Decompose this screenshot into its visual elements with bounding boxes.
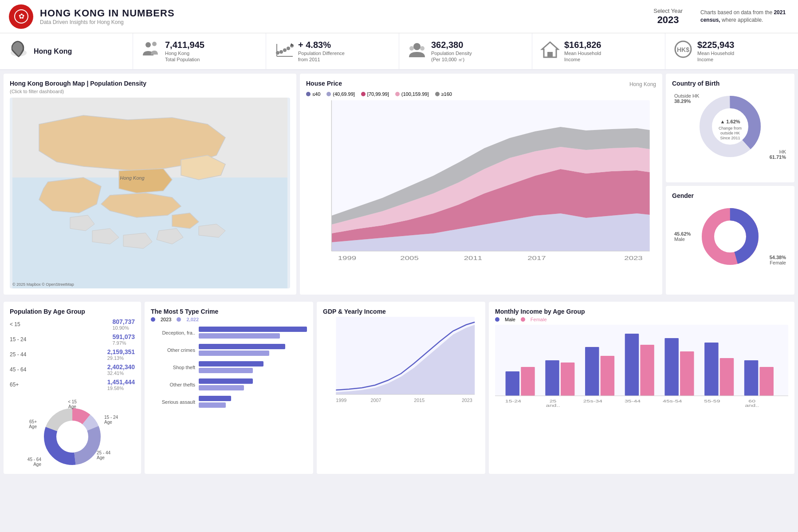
main-grid: Hong Kong Borough Map | Population Densi…	[0, 70, 798, 302]
svg-text:35-44: 35-44	[625, 399, 641, 404]
map-icon	[8, 39, 29, 64]
svg-text:2023: 2023	[462, 398, 472, 403]
svg-point-6	[279, 50, 283, 54]
meanhh2-label: Mean HouseholdIncome	[697, 50, 790, 63]
male-label: 45.62% Male	[674, 231, 691, 242]
crime-bar-2023-1	[199, 344, 285, 349]
svg-text:15-24: 15-24	[505, 399, 522, 404]
crime-label-3: Other thefts	[151, 382, 195, 387]
right-column: Country of Birth Outside HK 38.29% ▲ 1.6…	[666, 74, 794, 295]
income-legend-female: Female	[531, 317, 547, 322]
crime-bar-2023-3	[199, 378, 253, 384]
region-name: Hong Kong	[34, 47, 125, 55]
header: ✿ HONG KONG IN NUMBERS Data Driven Insig…	[0, 0, 798, 33]
map-svg[interactable]: Hong Kong	[10, 98, 290, 288]
legend-2022: 2,022	[186, 317, 199, 322]
year-selector[interactable]: Select Year 2023	[653, 8, 683, 26]
gender-title: Gender	[672, 192, 788, 199]
female-label: 54.38% Female	[770, 255, 786, 265]
people-icon	[141, 39, 161, 63]
svg-text:2007: 2007	[371, 398, 381, 403]
gender-donut	[699, 205, 761, 268]
bottom-grid: Population By Age Group < 15 807,737 10.…	[0, 302, 798, 477]
title-block: HONG KONG IN NUMBERS Data Driven Insight…	[40, 8, 338, 25]
crime-row-2: Shop theft	[151, 361, 307, 373]
svg-point-3	[145, 42, 151, 47]
svg-rect-65	[561, 363, 574, 396]
crime-row-4: Serious assault	[151, 396, 307, 408]
monthly-income-title: Monthly Income by Age Group	[495, 308, 788, 315]
house-price-title: House Price	[306, 80, 342, 87]
crime-label-0: Deception, fra..	[151, 330, 195, 335]
svg-point-14	[413, 43, 421, 50]
svg-rect-75	[759, 367, 773, 396]
outside-hk-label: Outside HK 38.29%	[674, 93, 699, 104]
year-label: Select Year	[653, 8, 683, 14]
svg-rect-70	[664, 338, 678, 396]
hk-label: HK 61.71%	[770, 149, 786, 160]
svg-text:15 - 24: 15 - 24	[104, 415, 118, 420]
svg-text:2023: 2023	[624, 255, 643, 261]
svg-text:1999: 1999	[336, 398, 346, 403]
svg-text:2005: 2005	[400, 255, 419, 261]
income-legend: Male Female	[495, 317, 788, 322]
crime-bar-2022-1	[199, 351, 269, 356]
crime-bar-2022-2	[199, 368, 253, 373]
svg-text:Change from: Change from	[719, 126, 742, 130]
legend-ge160: ≥160	[435, 91, 452, 97]
year-value: 2023	[653, 14, 683, 26]
meanhh2-value: $225,943	[697, 40, 790, 50]
pop-age-card: Population By Age Group < 15 807,737 10.…	[4, 302, 141, 474]
crime-card: The Most 5 Type Crime 2023 2,022 Decepti…	[145, 302, 313, 474]
gender-card: Gender 45.62% Male 54.38% Female	[666, 186, 794, 295]
monthly-income-card: Monthly Income by Age Group Male Female	[489, 302, 794, 474]
legend-4069: (40,69.99]	[326, 91, 355, 97]
legend-le40: ≤40	[306, 91, 320, 97]
svg-point-15	[409, 46, 414, 51]
svg-text:1999: 1999	[338, 255, 357, 261]
legend-100159: (100,159.99]	[395, 91, 429, 97]
income-chart: 15-24 25 and.. 25s-34 35-44 45s-54 55-59…	[495, 325, 788, 411]
svg-rect-72	[704, 343, 718, 396]
pop-age-title: Population By Age Group	[10, 308, 135, 315]
svg-text:2015: 2015	[414, 398, 425, 403]
crime-bar-2023-2	[199, 361, 263, 366]
svg-text:and..: and..	[745, 403, 759, 408]
svg-rect-74	[744, 360, 758, 396]
stat-region: Hong Kong	[0, 33, 133, 69]
age-row-2544: 25 - 44 2,159,351 29.13%	[10, 347, 135, 362]
crime-row-3: Other thefts	[151, 378, 307, 390]
stat-mean-hh2: HK$ $225,943 Mean HouseholdIncome	[665, 33, 798, 69]
crime-row-1: Other crimes	[151, 344, 307, 356]
svg-text:65+: 65+	[29, 419, 37, 424]
crime-bar-2023-0	[199, 327, 307, 332]
svg-text:Age: Age	[68, 404, 76, 409]
svg-text:✿: ✿	[18, 12, 24, 20]
svg-text:45 - 64: 45 - 64	[28, 457, 42, 462]
age-row-4564: 45 - 64 2,402,340 32.41%	[10, 362, 135, 377]
map-area[interactable]: Hong Kong © 2025 Mapbox © OpenStreetMap	[10, 98, 290, 288]
svg-point-4	[152, 42, 157, 46]
svg-rect-69	[640, 345, 654, 396]
cob-card: Country of Birth Outside HK 38.29% ▲ 1.6…	[666, 74, 794, 182]
population-value: 7,411,945	[165, 40, 258, 50]
svg-rect-66	[585, 347, 599, 396]
cob-donut: ▲ 1.62% Change from outside HK Since 201…	[697, 93, 763, 160]
svg-rect-67	[601, 356, 614, 396]
app-subtitle: Data Driven Insights for Hong Kong	[40, 19, 338, 25]
svg-text:outside HK: outside HK	[720, 131, 740, 135]
map-card[interactable]: Hong Kong Borough Map | Population Densi…	[4, 74, 296, 295]
house-price-chart: 1999 2005 2011 2017 2023	[306, 100, 656, 278]
house-price-card: House Price Hong Kong ≤40 (40,69.99] [70…	[300, 74, 662, 295]
income-legend-male: Male	[505, 317, 515, 322]
svg-text:▲ 1.62%: ▲ 1.62%	[720, 119, 740, 124]
svg-text:HK$: HK$	[677, 46, 689, 53]
app-title: HONG KONG IN NUMBERS	[40, 8, 338, 19]
svg-text:Age: Age	[104, 420, 112, 425]
crime-bars: Deception, fra.. Other crimes Shop theft	[151, 327, 307, 408]
crime-bar-2022-3	[199, 385, 244, 390]
svg-text:Age: Age	[33, 462, 41, 467]
crime-bar-2022-0	[199, 333, 280, 339]
stat-pop-diff: + 4.83% Population Differencefrom 2011	[266, 33, 399, 69]
svg-text:2017: 2017	[527, 255, 546, 261]
